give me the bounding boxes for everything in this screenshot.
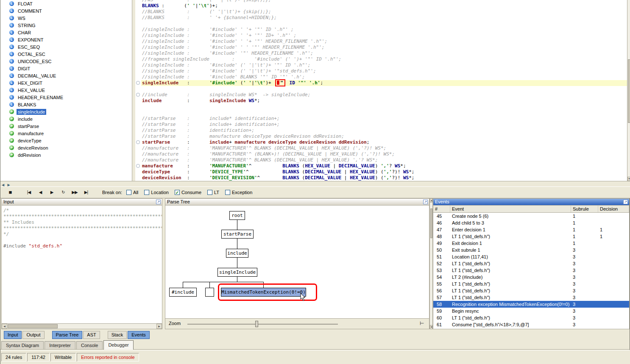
rule-item-HEX_DIGIT[interactable]: LHEX_DIGIT (0, 79, 132, 86)
stop-button[interactable]: ■ (6, 188, 15, 197)
scrollbar-thumb[interactable] (430, 208, 432, 238)
event-row[interactable]: 47Enter decision 111 (433, 226, 629, 233)
parse-tree-node-startparse[interactable]: startParse (221, 230, 254, 239)
rule-item-CHAR[interactable]: LCHAR (0, 29, 132, 36)
step-forward-button[interactable]: ▶ (47, 188, 56, 197)
event-row[interactable]: 57LT 1 ("std_defs.h")3 (433, 294, 629, 301)
scrollbar-thumb[interactable] (628, 59, 630, 123)
rule-item-DECIMAL_VALUE[interactable]: LDECIMAL_VALUE (0, 72, 132, 79)
rule-item-COMMENT[interactable]: LCOMMENT (0, 7, 132, 14)
fold-marker[interactable] (136, 164, 140, 168)
fast-forward-button[interactable]: ▶▶ (70, 188, 79, 197)
rule-item-FLOAT[interactable]: LFLOAT (0, 0, 132, 7)
view-tab-stack[interactable]: Stack (108, 331, 127, 339)
zoom-slider-thumb[interactable] (255, 321, 258, 327)
rule-item-HEADER_FILENAME[interactable]: LHEADER_FILENAME (0, 94, 132, 101)
rule-item-EXPONENT[interactable]: LEXPONENT (0, 36, 132, 43)
tab-syntax-diagram[interactable]: Syntax Diagram (1, 341, 44, 349)
event-row[interactable]: 54LT 2 (#include)3 (433, 274, 629, 281)
step-back-button[interactable]: ◀ (36, 188, 45, 197)
go-to-end-button[interactable]: ▶| (81, 188, 91, 197)
event-row[interactable]: 45Create node 5 (6)1 (433, 213, 629, 220)
code-segment: //startParse : include* identification+; (142, 116, 280, 121)
rule-item-OCTAL_ESC[interactable]: LOCTAL_ESC (0, 50, 132, 58)
rule-item-ESC_SEQ[interactable]: LESC_SEQ (0, 43, 132, 50)
detach-panel-icon[interactable]: ↗ (623, 200, 628, 204)
break-on-all-checkbox[interactable]: All (126, 190, 138, 195)
horizontal-splitter[interactable]: ◀ ▶ (0, 181, 630, 187)
rule-item-HEX_VALUE[interactable]: LHEX_VALUE (0, 86, 132, 94)
scroll-right-icon[interactable]: ▶ (156, 324, 162, 329)
fold-marker[interactable] (136, 93, 140, 97)
view-tab-input[interactable]: Input (4, 331, 22, 339)
view-tab-events[interactable]: Events (128, 331, 150, 339)
editor-vertical-scrollbar[interactable]: ▼ (627, 0, 630, 181)
scroll-down-icon[interactable]: ▼ (627, 177, 630, 181)
grammar-editor[interactable]: //WS : (' '|'\t')+ {skip();};BLANKS : ('… (135, 0, 627, 181)
event-row[interactable]: 61Consume ["std_defs.h"/<18>,7:9,@7]3 (433, 321, 629, 328)
scroll-down-icon[interactable]: ▼ (430, 325, 432, 329)
event-row[interactable]: 49Exit decision 11 (433, 240, 629, 247)
detach-panel-icon[interactable]: ↗ (423, 200, 428, 204)
collapse-up-icon[interactable]: ◀ (2, 183, 4, 187)
rule-item-singleInclude[interactable]: PsingleInclude (0, 108, 132, 115)
rule-item-DIGIT[interactable]: LDIGIT (0, 65, 132, 72)
event-row[interactable]: 56LT 1 ("std_defs.h")3 (433, 287, 629, 294)
zoom-slider-track[interactable] (187, 324, 338, 325)
rule-item-BLANKS[interactable]: LBLANKS (0, 101, 132, 108)
tab-interpreter[interactable]: Interpreter (45, 341, 75, 349)
event-row[interactable]: 60LT 1 ("std_defs.h")3 (433, 314, 629, 321)
tab-debugger[interactable]: Debugger (103, 340, 133, 350)
break-on-lt-checkbox[interactable]: LT (207, 190, 219, 195)
parse-tree-node-include-token[interactable]: #include (169, 288, 197, 297)
input-text-area[interactable]: /***************************************… (2, 206, 162, 323)
tree-layout-icon[interactable]: ⊢ (420, 320, 424, 326)
parse-tree-node-include[interactable]: include (226, 249, 248, 258)
event-row[interactable]: 58Recognition exception MismatchedTokenE… (433, 301, 629, 308)
input-horizontal-scrollbar[interactable]: ◀ ▶ (2, 323, 162, 329)
rule-item-deviceRevison[interactable]: PdeviceRevison (0, 144, 132, 151)
rule-item-manufacture[interactable]: Pmanufacture (0, 130, 132, 137)
events-column-header[interactable]: Subrule (571, 206, 598, 212)
fold-marker[interactable] (136, 81, 140, 85)
parse-tree-node-root[interactable]: root (229, 211, 245, 220)
collapse-down-icon[interactable]: ▶ (8, 183, 10, 187)
rule-item-deviceType[interactable]: PdeviceType (0, 137, 132, 144)
view-tab-ast[interactable]: AST (83, 331, 100, 339)
rule-item-WS[interactable]: LWS (0, 14, 132, 22)
tab-console[interactable]: Console (76, 341, 103, 349)
scroll-up-icon[interactable]: ▲ (430, 198, 432, 203)
scrollbar-thumb[interactable] (8, 324, 58, 328)
view-tab-output[interactable]: Output (22, 331, 44, 339)
event-row[interactable]: 52LT 1 ("std_defs.h")3 (433, 260, 629, 267)
rule-item-ddRevision[interactable]: PddRevision (0, 151, 132, 158)
event-row[interactable]: 53LT 1 ("std_defs.h")3 (433, 267, 629, 274)
detach-panel-icon[interactable]: ↗ (156, 200, 161, 204)
event-row[interactable]: 50Exit subrule 13 (433, 247, 629, 253)
break-on-exception-checkbox[interactable]: Exception (225, 190, 252, 195)
rule-item-startParse[interactable]: PstartParse (0, 122, 132, 130)
break-on-consume-checkbox[interactable]: ✓Consume (175, 190, 201, 195)
events-column-header[interactable]: Decision (598, 206, 629, 212)
break-on-location-checkbox[interactable]: Location (144, 190, 169, 195)
events-column-header[interactable]: Event (450, 206, 571, 212)
event-row[interactable]: 48LT 1 ("std_defs.h")11 (433, 233, 629, 240)
go-to-start-button[interactable]: |◀ (24, 188, 33, 197)
events-vertical-scrollbar[interactable]: ▲ ▼ (429, 198, 433, 329)
parse-tree-node-singleinclude[interactable]: singleInclude (217, 268, 257, 277)
rewind-button[interactable]: ↻ (59, 188, 68, 197)
editor-code-area[interactable]: //WS : (' '|'\t')+ {skip();};BLANKS : ('… (141, 0, 627, 181)
rule-item-UNICODE_ESC[interactable]: LUNICODE_ESC (0, 58, 132, 65)
vertical-splitter[interactable] (132, 0, 135, 181)
fold-marker[interactable] (136, 140, 140, 144)
event-row[interactable]: 46Add child 5 to 31 (433, 220, 629, 226)
view-tab-parse-tree[interactable]: Parse Tree (52, 331, 83, 339)
scroll-left-icon[interactable]: ◀ (2, 324, 7, 329)
rule-item-include[interactable]: Pinclude (0, 115, 132, 122)
events-column-header[interactable]: # (433, 206, 450, 212)
event-row[interactable]: 51Location (117,41)3 (433, 253, 629, 260)
event-row[interactable]: 55LT 1 ("std_defs.h")3 (433, 281, 629, 287)
event-row[interactable]: 59Begin resync3 (433, 308, 629, 314)
rule-item-STRING[interactable]: LSTRING (0, 22, 132, 29)
parse-tree-node-empty[interactable] (205, 288, 214, 297)
